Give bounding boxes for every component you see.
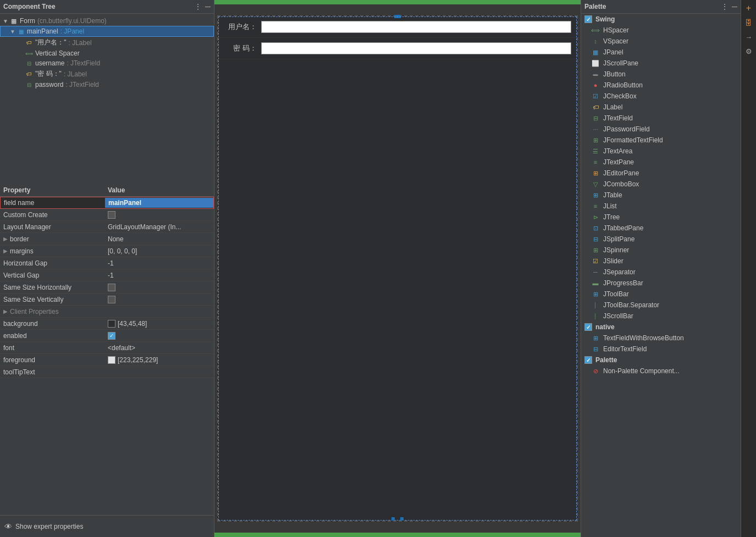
- tree-item-label2[interactable]: ▶ 🏷 "密 码：" : JLabel: [0, 68, 214, 80]
- toolbar-btn-plus[interactable]: +: [743, 2, 755, 14]
- prop-row-border[interactable]: ▶border None: [0, 233, 214, 245]
- prop-row-vgap[interactable]: Vertical Gap -1: [0, 269, 214, 281]
- palette-item-jpanel[interactable]: ▦ JPanel: [581, 47, 741, 58]
- form-input-password[interactable]: [261, 42, 571, 54]
- palette-header: Palette ⋮ ─: [581, 0, 741, 14]
- tree-item-password[interactable]: ▶ ⊟ password : JTextField: [0, 80, 214, 90]
- palette-item-jtextarea[interactable]: ☰ JTextArea: [581, 146, 741, 157]
- jcombobox-icon: ▽: [591, 180, 600, 189]
- label2-text: "密 码：": [35, 69, 62, 79]
- jslider-label: JSlider: [603, 257, 623, 265]
- label1-type: : JLabel: [69, 39, 92, 47]
- expert-bar[interactable]: 👁 Show expert properties: [0, 515, 214, 537]
- palette-item-jradiobutton[interactable]: ● JRadioButton: [581, 80, 741, 91]
- canvas-inner[interactable]: 用户名： 密 码：: [214, 4, 581, 533]
- prop-row-clientprops[interactable]: ▶Client Properties: [0, 306, 214, 318]
- prop-row-hgap[interactable]: Horizontal Gap -1: [0, 257, 214, 269]
- prop-row-foreground[interactable]: foreground [223,225,229]: [0, 354, 214, 366]
- tree-item-label1[interactable]: ▶ 🏷 "用户名：" : JLabel: [0, 37, 214, 48]
- prop-row-samev[interactable]: Same Size Vertically: [0, 294, 214, 306]
- palette-section-palette[interactable]: ✓ Palette: [581, 355, 741, 366]
- customcreate-checkbox[interactable]: [108, 211, 115, 219]
- palette-close-icon[interactable]: ─: [732, 2, 737, 11]
- palette-item-jformattedtextfield[interactable]: ⊞ JFormattedTextField: [581, 135, 741, 146]
- palette-item-vspacer[interactable]: ↕ VSpacer: [581, 36, 741, 47]
- prop-row-font[interactable]: font <default>: [0, 342, 214, 354]
- jslider-icon: ☑: [591, 257, 600, 265]
- palette-item-jtextfield[interactable]: ⊟ JTextField: [581, 113, 741, 124]
- palette-item-jpasswordfield[interactable]: ··· JPasswordField: [581, 124, 741, 135]
- samev-checkbox[interactable]: [108, 296, 115, 303]
- palette-item-jcombobox[interactable]: ▽ JComboBox: [581, 179, 741, 190]
- jformattedtextfield-icon: ⊞: [591, 136, 600, 145]
- toolbar-btn-settings[interactable]: ⚙: [743, 45, 755, 57]
- prop-row-customcreate[interactable]: Custom Create: [0, 209, 214, 221]
- palette-menu-icon[interactable]: ⋮: [721, 2, 729, 11]
- palette-item-jbutton[interactable]: ▬ JButton: [581, 69, 741, 80]
- palette-item-jcheckbox[interactable]: ☑ JCheckBox: [581, 91, 741, 102]
- handle-tr: [394, 15, 398, 18]
- palette-item-jlist[interactable]: ≡ JList: [581, 201, 741, 212]
- native-checkbox[interactable]: ✓: [584, 323, 592, 331]
- palette-item-jlabel[interactable]: 🏷 JLabel: [581, 102, 741, 113]
- jeditorpane-icon: ⊞: [591, 169, 600, 178]
- jseparator-label: JSeparator: [603, 268, 636, 276]
- palette-item-nonpalette[interactable]: ⊘ Non-Palette Component...: [581, 366, 741, 377]
- tree-menu-icon[interactable]: ⋮: [194, 2, 202, 11]
- palette-item-jsplitpane[interactable]: ⊟ JSplitPane: [581, 234, 741, 245]
- prop-row-layoutmanager[interactable]: Layout Manager GridLayoutManager (In...: [0, 221, 214, 233]
- prop-row-background[interactable]: background [43,45,48]: [0, 318, 214, 330]
- palette-section-swing[interactable]: ✓ Swing: [581, 14, 741, 25]
- palette-item-jprogressbar[interactable]: ▬ JProgressBar: [581, 278, 741, 289]
- palette-item-jtable[interactable]: ⊞ JTable: [581, 190, 741, 201]
- palette-checkbox[interactable]: ✓: [584, 356, 592, 364]
- jcombobox-label: JComboBox: [603, 180, 639, 188]
- enabled-checkbox[interactable]: ✓: [108, 332, 115, 340]
- palette-item-textfieldwithbrowse[interactable]: ⊞ TextFieldWithBrowseButton: [581, 333, 741, 344]
- palette-item-jeditorpane[interactable]: ⊞ JEditorPane: [581, 168, 741, 179]
- jspinner-label: JSpinner: [603, 246, 629, 254]
- palette-item-jtabbedpane[interactable]: ⊡ JTabbedPane: [581, 223, 741, 234]
- tree-item-mainpanel[interactable]: ▼ ▦ mainPanel : JPanel: [0, 26, 214, 37]
- swing-checkbox[interactable]: ✓: [584, 15, 592, 23]
- jscrollpane-label: JScrollPane: [603, 59, 638, 67]
- prop-row-fieldname[interactable]: field name mainPanel: [0, 197, 214, 209]
- palette-item-jscrollpane[interactable]: ⬜ JScrollPane: [581, 58, 741, 69]
- palette-item-jtextpane[interactable]: ≡ JTextPane: [581, 157, 741, 168]
- prop-row-sameh[interactable]: Same Size Horizontally: [0, 281, 214, 294]
- tree-item-spacer[interactable]: ▶ ⟺ Vertical Spacer: [0, 48, 214, 58]
- tree-close-icon[interactable]: ─: [205, 2, 211, 11]
- palette-item-jslider[interactable]: ☑ JSlider: [581, 256, 741, 267]
- palette-item-jtoolbarseparator[interactable]: │ JToolBar.Separator: [581, 300, 741, 311]
- palette-item-hspacer[interactable]: ⟺ HSpacer: [581, 25, 741, 36]
- palette-item-jspinner[interactable]: ⊞ JSpinner: [581, 245, 741, 256]
- username-label: username: [35, 59, 64, 67]
- prop-row-tooltip[interactable]: toolTipText: [0, 366, 214, 378]
- prop-value-margins: [0, 0, 0, 0]: [104, 246, 214, 256]
- prop-value-fieldname[interactable]: mainPanel: [105, 198, 213, 208]
- palette-item-jtoolbar[interactable]: ⊞ JToolBar: [581, 289, 741, 300]
- palette-section-native[interactable]: ✓ native: [581, 322, 741, 333]
- chevron-mainpanel: ▼: [9, 28, 16, 35]
- form-input-username[interactable]: [261, 21, 571, 33]
- palette-item-jscrollbar[interactable]: │ JScrollBar: [581, 311, 741, 322]
- prop-value-background: [43,45,48]: [104, 319, 214, 329]
- prop-row-margins[interactable]: ▶margins [0, 0, 0, 0]: [0, 245, 214, 257]
- prop-row-enabled[interactable]: enabled ✓: [0, 330, 214, 342]
- palette-item-jseparator[interactable]: ─ JSeparator: [581, 267, 741, 278]
- prop-name-clientprops: ▶Client Properties: [0, 307, 104, 317]
- jpanel-icon: ▦: [591, 48, 600, 57]
- sameh-checkbox[interactable]: [108, 284, 115, 291]
- foreground-swatch[interactable]: [108, 356, 115, 364]
- background-swatch[interactable]: [108, 320, 115, 328]
- tree-item-form[interactable]: ▼ ▦ Form (cn.butterfly.ui.UIDemo): [0, 16, 214, 26]
- jbutton-label: JButton: [603, 70, 626, 78]
- tree-item-username[interactable]: ▶ ⊟ username : JTextField: [0, 58, 214, 68]
- palette-item-jtree[interactable]: ⊳ JTree: [581, 212, 741, 223]
- jtoolbar-label: JToolBar: [603, 290, 629, 298]
- toolbar-btn-db[interactable]: 🗄: [743, 16, 755, 29]
- palette-item-editortextfield[interactable]: ⊟ EditorTextField: [581, 344, 741, 355]
- margins-expand-arrow: ▶: [3, 248, 8, 254]
- toolbar-btn-arrow[interactable]: →: [743, 31, 755, 43]
- prop-value-sameh: [104, 283, 214, 292]
